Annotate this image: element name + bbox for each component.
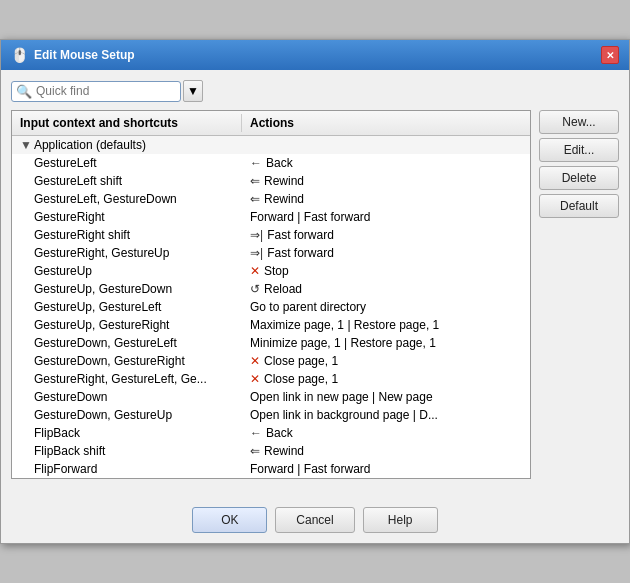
footer: OK Cancel Help — [1, 497, 629, 543]
action-icon: ⇐ — [250, 192, 260, 206]
table-container: Input context and shortcuts Actions ▼App… — [11, 110, 531, 479]
close-icon: ✕ — [250, 354, 260, 368]
title-bar: 🖱️ Edit Mouse Setup ✕ — [1, 40, 629, 70]
context-cell: GestureUp, GestureLeft — [12, 299, 242, 315]
table-row[interactable]: GestureRight shift⇒|Fast forward — [12, 226, 530, 244]
action-icon: ⇒| — [250, 246, 263, 260]
action-cell: Open link in background page | D... — [242, 407, 530, 423]
table-row[interactable]: GestureDown, GestureUpOpen link in backg… — [12, 406, 530, 424]
help-button[interactable]: Help — [363, 507, 438, 533]
dialog-title: Edit Mouse Setup — [34, 48, 135, 62]
chevron-down-icon: ▼ — [187, 84, 199, 98]
table-row[interactable]: GestureUp, GestureDown↺Reload — [12, 280, 530, 298]
context-cell: GestureRight — [12, 209, 242, 225]
action-text: Rewind — [264, 444, 304, 458]
action-text: Close page, 1 — [264, 354, 338, 368]
action-text: Back — [266, 156, 293, 170]
context-cell: GestureDown, GestureLeft — [12, 335, 242, 351]
action-icon: ↺ — [250, 282, 260, 296]
action-text: Go to parent directory — [250, 300, 366, 314]
action-cell: ⇐Rewind — [242, 173, 530, 189]
table-row[interactable]: GestureRight, GestureLeft, Ge...✕ Close … — [12, 370, 530, 388]
action-cell: ✕Stop — [242, 263, 530, 279]
context-cell: FlipBack shift — [12, 443, 242, 459]
table-row[interactable]: GestureUp, GestureRightMaximize page, 1 … — [12, 316, 530, 334]
action-text: Fast forward — [267, 228, 334, 242]
context-cell: GestureRight, GestureUp — [12, 245, 242, 261]
action-cell: Forward | Fast forward — [242, 461, 530, 477]
delete-button[interactable]: Delete — [539, 166, 619, 190]
action-cell: Open link in new page | New page — [242, 389, 530, 405]
action-cell: ✕ Close page, 1 — [242, 353, 530, 369]
action-cell: ⇒|Fast forward — [242, 245, 530, 261]
action-cell: Go to parent directory — [242, 299, 530, 315]
action-cell: Forward | Fast forward — [242, 209, 530, 225]
search-input[interactable] — [36, 84, 146, 98]
action-icon: ✕ — [250, 264, 260, 278]
table-row[interactable]: GestureDownOpen link in new page | New p… — [12, 388, 530, 406]
context-cell: GestureLeft shift — [12, 173, 242, 189]
context-cell: GestureLeft — [12, 155, 242, 171]
action-cell: Minimize page, 1 | Restore page, 1 — [242, 335, 530, 351]
dialog: 🖱️ Edit Mouse Setup ✕ 🔍 ▼ Input context … — [0, 39, 630, 544]
table-row[interactable]: FlipBack←Back — [12, 424, 530, 442]
close-button[interactable]: ✕ — [601, 46, 619, 64]
action-text: Open link in background page | D... — [250, 408, 438, 422]
context-cell: GestureRight shift — [12, 227, 242, 243]
dialog-body: 🔍 ▼ Input context and shortcuts Actions … — [1, 70, 629, 489]
table-row[interactable]: GestureDown, GestureRight✕ Close page, 1 — [12, 352, 530, 370]
col-context-header: Input context and shortcuts — [12, 114, 242, 132]
search-dropdown-button[interactable]: ▼ — [183, 80, 203, 102]
cancel-button[interactable]: Cancel — [275, 507, 354, 533]
action-text: Rewind — [264, 192, 304, 206]
action-cell: ↺Reload — [242, 281, 530, 297]
col-actions-header: Actions — [242, 114, 530, 132]
main-area: Input context and shortcuts Actions ▼App… — [11, 110, 619, 479]
default-button[interactable]: Default — [539, 194, 619, 218]
title-bar-left: 🖱️ Edit Mouse Setup — [11, 47, 135, 63]
table-row[interactable]: GestureLeft←Back — [12, 154, 530, 172]
action-cell: ←Back — [242, 155, 530, 171]
table-row[interactable]: GestureRightForward | Fast forward — [12, 208, 530, 226]
action-cell — [242, 144, 530, 146]
table-row[interactable]: GestureDown, GestureLeftMinimize page, 1… — [12, 334, 530, 352]
action-icon: ← — [250, 426, 262, 440]
context-cell: GestureUp, GestureRight — [12, 317, 242, 333]
context-cell: GestureDown — [12, 389, 242, 405]
table-row[interactable]: GestureUp, GestureLeftGo to parent direc… — [12, 298, 530, 316]
table-row[interactable]: GestureLeft shift⇐Rewind — [12, 172, 530, 190]
action-text: Forward | Fast forward — [250, 210, 370, 224]
table-row[interactable]: GestureRight, GestureUp⇒|Fast forward — [12, 244, 530, 262]
table-row[interactable]: GestureLeft, GestureDown⇐Rewind — [12, 190, 530, 208]
action-text: Stop — [264, 264, 289, 278]
action-text: Forward | Fast forward — [250, 462, 370, 476]
action-text: Reload — [264, 282, 302, 296]
action-text: Maximize page, 1 | Restore page, 1 — [250, 318, 439, 332]
context-cell: GestureDown, GestureUp — [12, 407, 242, 423]
edit-button[interactable]: Edit... — [539, 138, 619, 162]
action-text: Fast forward — [267, 246, 334, 260]
side-buttons: New... Edit... Delete Default — [539, 110, 619, 479]
ok-button[interactable]: OK — [192, 507, 267, 533]
action-text: Open link in new page | New page — [250, 390, 433, 404]
table-row[interactable]: FlipForwardForward | Fast forward — [12, 460, 530, 478]
table-header: Input context and shortcuts Actions — [12, 111, 530, 136]
context-cell: ▼Application (defaults) — [12, 137, 242, 153]
action-cell: ←Back — [242, 425, 530, 441]
table-row[interactable]: GestureUp✕Stop — [12, 262, 530, 280]
search-input-wrapper: 🔍 — [11, 81, 181, 102]
new-button[interactable]: New... — [539, 110, 619, 134]
context-cell: FlipForward — [12, 461, 242, 477]
title-bar-icon: 🖱️ — [11, 47, 28, 63]
action-cell: Maximize page, 1 | Restore page, 1 — [242, 317, 530, 333]
action-icon: ⇐ — [250, 174, 260, 188]
context-cell: FlipBack — [12, 425, 242, 441]
close-icon: ✕ — [250, 372, 260, 386]
table-row[interactable]: ▼Application (defaults) — [12, 136, 530, 154]
table-body[interactable]: ▼Application (defaults)GestureLeft←BackG… — [12, 136, 530, 478]
action-text: Back — [266, 426, 293, 440]
table-row[interactable]: FlipBack shift⇐Rewind — [12, 442, 530, 460]
action-icon: ← — [250, 156, 262, 170]
action-text: Minimize page, 1 | Restore page, 1 — [250, 336, 436, 350]
search-icon: 🔍 — [16, 84, 32, 99]
